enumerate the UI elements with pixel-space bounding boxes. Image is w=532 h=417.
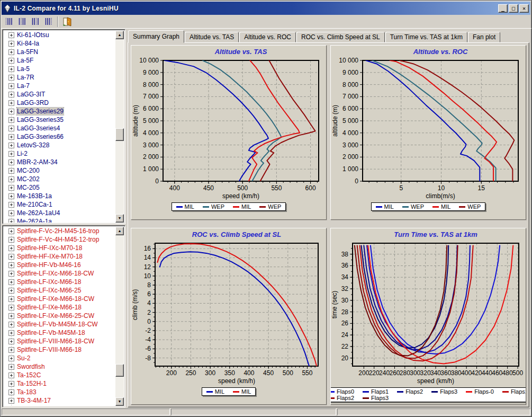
expand-plus-icon[interactable] [8, 176, 14, 182]
expand-plus-icon[interactable] [8, 168, 14, 174]
expand-plus-icon[interactable] [8, 210, 14, 216]
expand-plus-icon[interactable] [8, 245, 14, 251]
tree-item-lagg-3rd[interactable]: LaGG-3RD [4, 99, 115, 107]
tab-altitude-vs-roc[interactable]: Altitude vs. ROC [239, 32, 296, 42]
expand-plus-icon[interactable] [8, 288, 14, 294]
expand-plus-icon[interactable] [8, 372, 14, 378]
expand-plus-icon[interactable] [8, 254, 14, 260]
tree-item-spitfire-lf-ixc-m66-18[interactable]: Spitfire-LF-IXc-M66-18 [4, 278, 115, 286]
expand-plus-icon[interactable] [8, 305, 14, 310]
expand-plus-icon[interactable] [8, 202, 14, 208]
scroll-up-button[interactable]: ▲ [115, 227, 124, 235]
exit-button[interactable] [61, 16, 73, 28]
tree-item-ta-152h-1[interactable]: Ta-152H-1 [4, 379, 115, 388]
expand-plus-icon[interactable] [8, 75, 14, 81]
tree-item-lagg-3series35[interactable]: LaGG-3series35 [4, 116, 115, 124]
tree-item-spitfire-lf-vb-m45m-18-cw[interactable]: Spitfire-LF-Vb-M45M-18-CW [4, 320, 115, 329]
expand-plus-icon[interactable] [8, 151, 14, 157]
titlebar[interactable]: IL-2 Compare for 4.11 by LesniHU _ □ ✕ [2, 2, 530, 15]
expand-plus-icon[interactable] [8, 126, 14, 131]
tree-item-lagg-3series66[interactable]: LaGG-3series66 [4, 132, 115, 141]
tree-item-me-262a-1au4[interactable]: Me-262A-1aU4 [4, 209, 115, 217]
tree-item-ta-152c[interactable]: Ta-152C [4, 371, 115, 379]
expand-plus-icon[interactable] [8, 109, 14, 114]
tree-item-mbr-2-am-34[interactable]: MBR-2-AM-34 [4, 158, 115, 166]
tree-item-mc-205[interactable]: MC-205 [4, 183, 115, 192]
tree-item-spitfire-f-vc-4h-m45-12-trop[interactable]: Spitfire-F-Vc-4H-M45-12-trop [4, 235, 115, 244]
tree-item-la-5f[interactable]: La-5F [4, 56, 115, 65]
tree-item-ta-183[interactable]: Ta-183 [4, 388, 115, 396]
expand-plus-icon[interactable] [8, 83, 14, 89]
expand-plus-icon[interactable] [8, 58, 14, 64]
expand-plus-icon[interactable] [8, 66, 14, 72]
tree-item-me-163b-1a[interactable]: Me-163B-1a [4, 192, 115, 200]
expand-plus-icon[interactable] [8, 339, 14, 344]
tree-item-spitfire-f-vc-2h-m45-16-trop[interactable]: Spitfire-F-Vc-2H-M45-16-trop [4, 227, 115, 235]
expand-plus-icon[interactable] [8, 193, 14, 199]
view-bars-3-button[interactable] [29, 16, 41, 28]
close-button[interactable]: ✕ [519, 4, 529, 13]
tree-item-spitfire-lf-ixe-m66-18-cw[interactable]: Spitfire-LF-IXe-M66-18-CW [4, 295, 115, 303]
tree-item-lagg-3it[interactable]: LaGG-3IT [4, 90, 115, 99]
scroll-down-button[interactable]: ▼ [115, 214, 124, 223]
expand-plus-icon[interactable] [8, 185, 14, 191]
tab-roc-vs-climb-speed-at-sl[interactable]: ROC vs. Climb Speed at SL [296, 32, 385, 42]
scroll-up-button[interactable]: ▲ [115, 31, 124, 39]
tree-item-swordfish[interactable]: Swordfish [4, 362, 115, 371]
tree-item-li-2[interactable]: Li-2 [4, 149, 115, 158]
tree-item-spitfire-lf-vb-m45m-18[interactable]: Spitfire-LF-Vb-M45M-18 [4, 329, 115, 337]
tree-item-spitfire-lf-ixe-m66-25-cw[interactable]: Spitfire-LF-IXe-M66-25-CW [4, 312, 115, 320]
tree-item-spitfire-lf-viii-m66-18-cw[interactable]: Spitfire-LF-VIII-M66-18-CW [4, 337, 115, 345]
tree-item-mc-200[interactable]: MC-200 [4, 166, 115, 175]
tree-item-la-7r[interactable]: La-7R [4, 73, 115, 82]
tree-item-me-262a-1a[interactable]: Me-262A-1a [4, 217, 115, 223]
expand-plus-icon[interactable] [8, 134, 14, 140]
tree-item-spitfire-hf-vb-m46-16[interactable]: Spitfire-HF-Vb-M46-16 [4, 261, 115, 269]
tree-item-spitfire-lf-viii-m66-18[interactable]: Spitfire-LF-VIII-M66-18 [4, 345, 115, 354]
view-bars-2-button[interactable] [16, 16, 28, 28]
expand-plus-icon[interactable] [8, 356, 14, 361]
maximize-button[interactable]: □ [509, 4, 518, 13]
scroll-down-button[interactable]: ▼ [115, 397, 124, 406]
expand-plus-icon[interactable] [8, 100, 14, 106]
expand-plus-icon[interactable] [8, 279, 14, 285]
tab-altitude-vs-tas[interactable]: Altitude vs. TAS [185, 32, 239, 42]
tree-item-spitfire-lf-ixc-m66-18-cw[interactable]: Spitfire-LF-IXc-M66-18-CW [4, 269, 115, 278]
tree-item-spitfire-lf-ixc-m66-25[interactable]: Spitfire-LF-IXc-M66-25 [4, 286, 115, 295]
view-bars-1-button[interactable] [3, 16, 15, 28]
minimize-button[interactable]: _ [498, 4, 508, 13]
tab-turn-time-vs-tas-at-1km[interactable]: Turn Time vs. TAS at 1km [385, 32, 467, 42]
expand-plus-icon[interactable] [8, 49, 14, 55]
tree-item-spitfire-lf-ixe-m66-18[interactable]: Spitfire-LF-IXe-M66-18 [4, 303, 115, 312]
tree-item-spitfire-hf-ixc-m70-18[interactable]: Spitfire-HF-IXc-M70-18 [4, 244, 115, 252]
expand-plus-icon[interactable] [8, 41, 14, 47]
expand-plus-icon[interactable] [8, 159, 14, 165]
expand-plus-icon[interactable] [8, 389, 14, 395]
tab-summary-graph[interactable]: Summary Graph [128, 30, 184, 43]
expand-plus-icon[interactable] [8, 322, 14, 327]
tree-item-me-210ca-1[interactable]: Me-210Ca-1 [4, 200, 115, 209]
expand-plus-icon[interactable] [8, 237, 14, 243]
expand-plus-icon[interactable] [8, 228, 14, 234]
expand-plus-icon[interactable] [8, 219, 14, 223]
tree-item-su-2[interactable]: Su-2 [4, 354, 115, 362]
tree-item-la-5fn[interactable]: La-5FN [4, 48, 115, 56]
tree-top-scrollbar[interactable]: ▲▼ [115, 31, 124, 223]
expand-plus-icon[interactable] [8, 313, 14, 319]
view-bars-4-button[interactable] [42, 16, 55, 28]
tree-item-spitfire-hf-ixe-m70-18[interactable]: Spitfire-HF-IXe-M70-18 [4, 252, 115, 261]
expand-plus-icon[interactable] [8, 381, 14, 387]
expand-plus-icon[interactable] [8, 143, 14, 148]
expand-plus-icon[interactable] [8, 117, 14, 123]
expand-plus-icon[interactable] [8, 347, 14, 353]
expand-plus-icon[interactable] [8, 92, 14, 97]
expand-plus-icon[interactable] [8, 262, 14, 268]
tree-item-ki-61-iotsu[interactable]: Ki-61-IOtsu [4, 31, 115, 39]
tree-item-letovs-328[interactable]: LetovS-328 [4, 141, 115, 149]
scroll-thumb[interactable] [115, 128, 124, 141]
expand-plus-icon[interactable] [8, 398, 14, 404]
expand-plus-icon[interactable] [8, 32, 14, 38]
tree-item-la-5[interactable]: La-5 [4, 65, 115, 73]
tree-item-mc-202[interactable]: MC-202 [4, 175, 115, 183]
tree-item-ki-84-ia[interactable]: Ki-84-Ia [4, 39, 115, 48]
